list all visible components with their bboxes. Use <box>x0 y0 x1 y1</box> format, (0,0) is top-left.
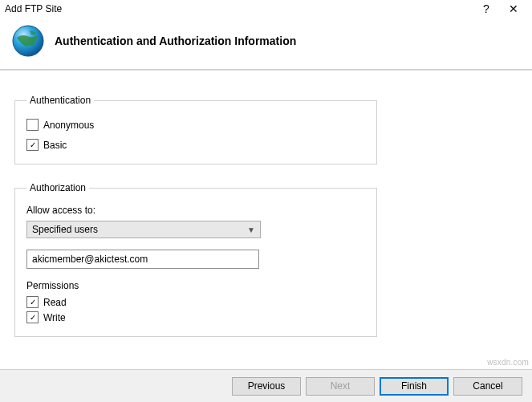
write-label: Write <box>43 312 66 323</box>
chevron-down-icon: ▼ <box>247 225 255 234</box>
cancel-button[interactable]: Cancel <box>453 377 522 396</box>
basic-label: Basic <box>43 140 67 151</box>
help-button[interactable]: ? <box>473 3 500 14</box>
user-input[interactable] <box>26 250 259 269</box>
authentication-group: Authentication Anonymous ✓ Basic <box>14 95 377 164</box>
allow-access-label: Allow access to: <box>26 205 365 216</box>
wizard-header: Authentication and Authorization Informa… <box>0 19 532 69</box>
allow-access-select[interactable]: Specified users ▼ <box>26 221 261 238</box>
watermark-text: wsxdn.com <box>487 358 529 367</box>
content-area: Authentication Anonymous ✓ Basic Authori… <box>0 71 532 363</box>
titlebar: Add FTP Site ? ✕ <box>0 0 532 19</box>
close-button[interactable]: ✕ <box>500 3 527 14</box>
authorization-group: Authorization Allow access to: Specified… <box>14 182 377 337</box>
anonymous-label: Anonymous <box>43 120 94 131</box>
permissions-label: Permissions <box>26 280 365 291</box>
read-checkbox-row[interactable]: ✓ Read <box>26 296 365 308</box>
read-label: Read <box>43 297 67 308</box>
page-title: Authentication and Authorization Informa… <box>55 35 296 47</box>
write-checkbox[interactable]: ✓ <box>26 311 39 323</box>
finish-button[interactable]: Finish <box>380 377 449 396</box>
write-checkbox-row[interactable]: ✓ Write <box>26 311 365 323</box>
basic-checkbox[interactable]: ✓ <box>26 139 39 151</box>
previous-button[interactable]: Previous <box>232 377 301 396</box>
read-checkbox[interactable]: ✓ <box>26 296 39 308</box>
window-title: Add FTP Site <box>5 3 473 14</box>
anonymous-checkbox[interactable] <box>26 119 39 131</box>
next-button: Next <box>306 377 375 396</box>
authorization-legend: Authorization <box>26 182 89 193</box>
globe-icon <box>11 24 45 58</box>
basic-checkbox-row[interactable]: ✓ Basic <box>26 139 365 151</box>
wizard-footer: Previous Next Finish Cancel <box>0 369 532 402</box>
authentication-legend: Authentication <box>26 95 94 106</box>
allow-access-value: Specified users <box>32 224 98 235</box>
anonymous-checkbox-row[interactable]: Anonymous <box>26 119 365 131</box>
